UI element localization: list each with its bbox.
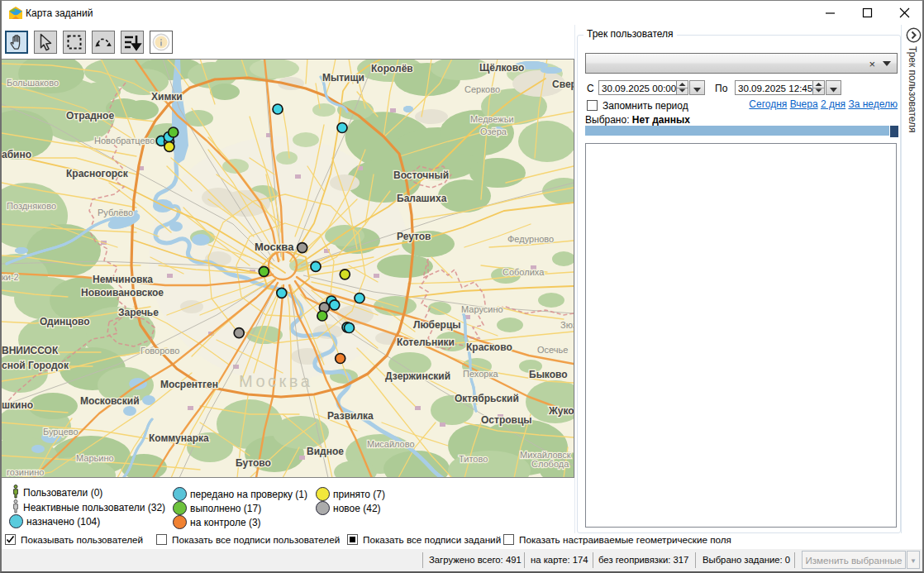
- svg-text:Мисайлово: Мисайлово: [367, 439, 415, 449]
- svg-text:Новобратцево: Новобратцево: [94, 136, 155, 146]
- svg-text:Соболиха: Соболиха: [502, 267, 545, 277]
- svg-text:Зюз: Зюз: [560, 320, 574, 330]
- svg-text:Москва: Москва: [255, 241, 294, 253]
- svg-text:Октябрьский: Октябрьский: [455, 393, 519, 404]
- svg-text:Красногорск: Красногорск: [66, 168, 129, 179]
- svg-text:Осечье: Осечье: [537, 345, 568, 355]
- svg-text:ки-2: ки-2: [2, 272, 19, 282]
- svg-text:Федурново: Федурново: [507, 234, 554, 244]
- svg-text:Островцы: Островцы: [481, 414, 532, 426]
- svg-text:Заречье: Заречье: [118, 307, 159, 318]
- svg-text:Мосрентген: Мосрентген: [160, 379, 218, 390]
- svg-text:Коммунарка: Коммунарка: [149, 432, 209, 444]
- svg-text:Москва: Москва: [239, 372, 312, 390]
- svg-text:Марусино: Марусино: [461, 304, 503, 314]
- svg-text:Новоивановское: Новоивановское: [81, 287, 164, 298]
- svg-text:Поздняково: Поздняково: [7, 201, 56, 211]
- svg-text:Серково: Серково: [464, 84, 500, 94]
- svg-text:Слобода: Слобода: [531, 459, 569, 469]
- svg-text:Титово: Титово: [459, 454, 488, 464]
- svg-text:Медвежьи: Медвежьи: [470, 114, 514, 124]
- svg-text:Жуко: Жуко: [548, 405, 574, 417]
- svg-text:Развилка: Развилка: [327, 410, 374, 422]
- svg-text:Котельники: Котельники: [397, 337, 455, 348]
- svg-text:Быково: Быково: [529, 369, 568, 380]
- svg-text:Мытищи: Мытищи: [322, 72, 364, 84]
- svg-text:Немчиновка: Немчиновка: [93, 274, 153, 285]
- svg-text:Балашиха: Балашиха: [397, 193, 447, 204]
- svg-text:Бурцево: Бурцево: [43, 427, 79, 437]
- svg-text:Говорово: Говорово: [141, 346, 179, 356]
- svg-text:Одинцово: Одинцово: [40, 316, 90, 327]
- svg-text:Дзержинский: Дзержинский: [385, 370, 450, 382]
- svg-text:шкино: шкино: [2, 399, 33, 411]
- svg-text:Московский: Московский: [80, 395, 140, 407]
- svg-text:сной Городок: сной Городок: [2, 360, 69, 371]
- svg-text:Марьино: Марьино: [76, 453, 114, 463]
- svg-text:Бутово: Бутово: [236, 457, 271, 469]
- svg-text:Щёлково: Щёлково: [479, 62, 524, 74]
- svg-text:ВНИИССОК: ВНИИССОК: [2, 345, 59, 356]
- svg-text:Озёра: Озёра: [480, 127, 507, 136]
- svg-text:Королёв: Королёв: [371, 63, 413, 74]
- svg-text:гозинино: гозинино: [7, 467, 44, 477]
- svg-text:Свер: Свер: [552, 79, 574, 90]
- svg-text:абино: абино: [2, 149, 31, 160]
- svg-text:Большаково: Большаково: [7, 78, 59, 88]
- svg-text:Рублёво: Рублёво: [98, 208, 133, 217]
- svg-text:Восточный: Восточный: [393, 170, 449, 181]
- svg-text:Реутов: Реутов: [397, 231, 431, 242]
- svg-text:Химки: Химки: [151, 91, 183, 103]
- svg-text:Красково: Красково: [466, 341, 512, 353]
- svg-text:Люберцы: Люберцы: [413, 319, 461, 331]
- svg-text:Пехорка: Пехорка: [463, 369, 498, 379]
- svg-text:Видное: Видное: [307, 446, 344, 457]
- svg-text:Отрадное: Отрадное: [66, 110, 114, 122]
